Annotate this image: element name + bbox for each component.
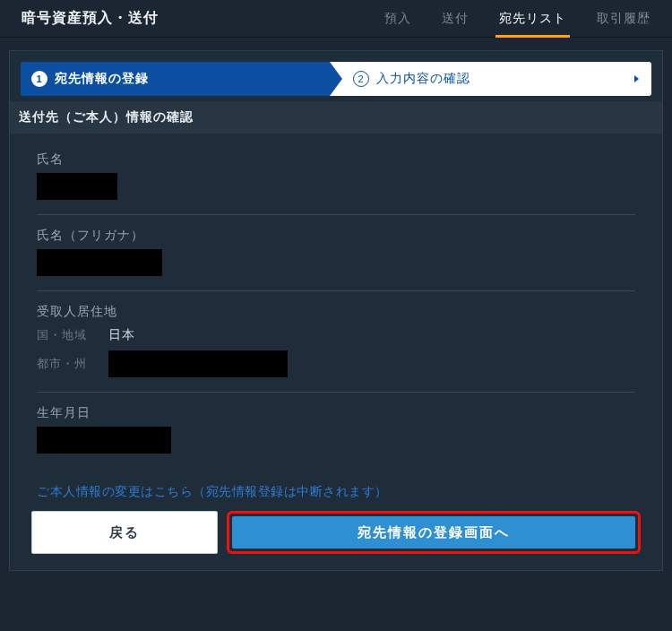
step-number-icon: 2 bbox=[353, 71, 369, 87]
tab-deposit[interactable]: 預入 bbox=[384, 0, 411, 37]
step-label: 入力内容の確認 bbox=[376, 71, 470, 87]
section-title: 送付先（ご本人）情報の確認 bbox=[10, 101, 662, 134]
submit-button-highlight: 宛先情報の登録画面へ bbox=[227, 511, 641, 554]
field-label: 氏名（フリガナ） bbox=[37, 228, 635, 244]
field-label: 受取人居住地 bbox=[37, 304, 635, 320]
sub-label-country: 国・地域 bbox=[37, 327, 96, 343]
fields: 氏名 氏名（フリガナ） 受取人居住地 国・地域 日本 都市・州 生年月日 bbox=[21, 134, 651, 468]
step-confirm: 2 入力内容の確認 bbox=[330, 62, 651, 96]
step-label: 宛先情報の登録 bbox=[55, 71, 149, 87]
submit-button[interactable]: 宛先情報の登録画面へ bbox=[232, 516, 635, 549]
field-value-redacted bbox=[37, 427, 171, 454]
change-personal-info-link[interactable]: ご本人情報の変更はこちら（宛先情報登録は中断されます） bbox=[37, 484, 651, 500]
field-label: 氏名 bbox=[37, 151, 635, 168]
content-card: 1 宛先情報の登録 2 入力内容の確認 送付先（ご本人）情報の確認 氏名 氏名（… bbox=[9, 50, 663, 571]
tab-address-list[interactable]: 宛先リスト bbox=[499, 0, 566, 37]
field-label: 生年月日 bbox=[37, 405, 635, 421]
tab-history[interactable]: 取引履歴 bbox=[597, 0, 650, 37]
page-title: 暗号資産預入・送付 bbox=[22, 9, 384, 28]
sub-label-city: 都市・州 bbox=[37, 356, 96, 372]
country-value: 日本 bbox=[108, 327, 135, 343]
field-value-redacted bbox=[37, 249, 162, 276]
button-row: 戻る 宛先情報の登録画面へ bbox=[21, 511, 651, 554]
field-name: 氏名 bbox=[37, 139, 635, 215]
step-number-icon: 1 bbox=[31, 71, 47, 87]
field-value-redacted bbox=[108, 350, 288, 377]
field-name-kana: 氏名（フリガナ） bbox=[37, 215, 635, 291]
page-header: 暗号資産預入・送付 預入 送付 宛先リスト 取引履歴 bbox=[0, 0, 672, 38]
header-tabs: 預入 送付 宛先リスト 取引履歴 bbox=[384, 0, 650, 37]
stepper: 1 宛先情報の登録 2 入力内容の確認 bbox=[21, 62, 651, 96]
back-button[interactable]: 戻る bbox=[31, 511, 218, 554]
chevron-right-icon bbox=[634, 75, 639, 82]
field-value-redacted bbox=[37, 173, 117, 200]
field-residence: 受取人居住地 国・地域 日本 都市・州 bbox=[37, 291, 635, 393]
step-register: 1 宛先情報の登録 bbox=[21, 62, 330, 96]
field-dob: 生年月日 bbox=[37, 393, 635, 468]
tab-send[interactable]: 送付 bbox=[442, 0, 469, 37]
